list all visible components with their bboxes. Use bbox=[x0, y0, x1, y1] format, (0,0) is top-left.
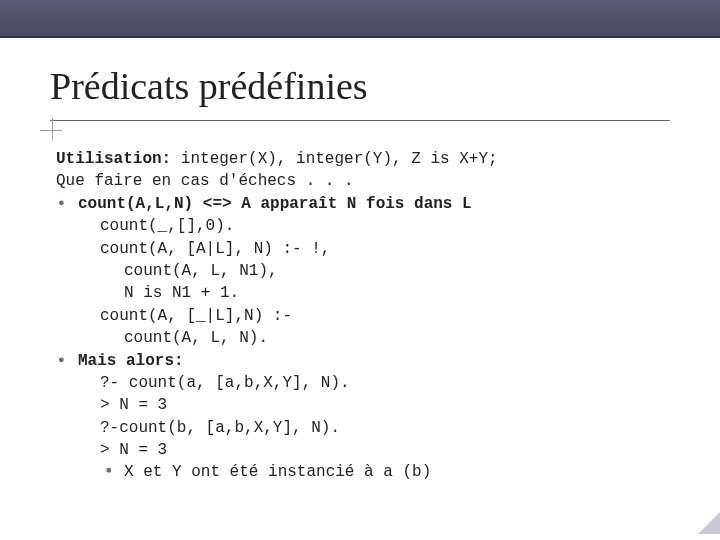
query-line-4: > N = 3 bbox=[56, 439, 680, 461]
top-band bbox=[0, 0, 720, 38]
query-line-5: X et Y ont été instancié à a (b) bbox=[56, 461, 680, 483]
code-line-2: count(A, [A|L], N) :- !, bbox=[56, 238, 680, 260]
code-line-6: count(A, L, N). bbox=[56, 327, 680, 349]
query-line-3: ?-count(b, [a,b,X,Y], N). bbox=[56, 417, 680, 439]
utilisation-code: integer(X), integer(Y), Z is X+Y; bbox=[171, 150, 497, 168]
query-line-1: ?- count(a, [a,b,X,Y], N). bbox=[56, 372, 680, 394]
slide: Prédicats prédéfinies Utilisation: integ… bbox=[0, 0, 720, 540]
utilisation-label: Utilisation: bbox=[56, 150, 171, 168]
rule-ornament bbox=[46, 124, 60, 138]
code-line-3: count(A, L, N1), bbox=[56, 260, 680, 282]
utilisation-line: Utilisation: integer(X), integer(Y), Z i… bbox=[56, 148, 680, 170]
title-rule bbox=[50, 120, 670, 121]
slide-body: Utilisation: integer(X), integer(Y), Z i… bbox=[56, 148, 680, 484]
code-line-5: count(A, [_|L],N) :- bbox=[56, 305, 680, 327]
page-curl-icon bbox=[690, 504, 720, 534]
count-spec: count(A,L,N) <=> A apparaît N fois dans … bbox=[56, 193, 680, 215]
fail-line: Que faire en cas d'échecs . . . bbox=[56, 170, 680, 192]
mais-alors: Mais alors: bbox=[56, 350, 680, 372]
code-line-1: count(_,[],0). bbox=[56, 215, 680, 237]
query-line-2: > N = 3 bbox=[56, 394, 680, 416]
slide-title: Prédicats prédéfinies bbox=[50, 64, 368, 108]
code-line-4: N is N1 + 1. bbox=[56, 282, 680, 304]
